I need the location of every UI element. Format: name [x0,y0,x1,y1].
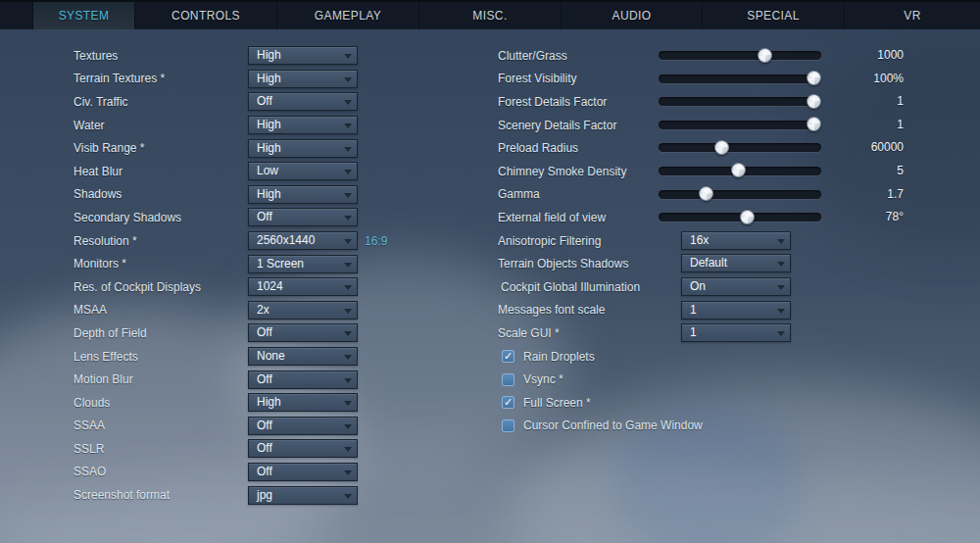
dropdown-scale-gui[interactable]: 1 [681,323,791,342]
tab-system[interactable]: SYSTEM [32,2,134,29]
slider-knob-gamma[interactable] [699,186,713,201]
dropdown-value: Off [257,419,272,432]
tab-label: GAMEPLAY [315,9,381,23]
row-chimney-smoke-density: Chimney Smoke Density5 [498,160,980,183]
dropdown-civ-traffic[interactable]: Off [248,92,358,111]
dropdown-value: High [257,48,281,62]
slider-scenery-details-factor[interactable] [659,121,821,129]
setting-label: Water [74,119,248,132]
chevron-down-icon [344,309,352,314]
chevron-down-icon [344,447,352,452]
dropdown-value: 16x [690,233,709,247]
checkbox-vsync[interactable] [502,373,514,386]
slider-forest-visibility[interactable] [659,74,821,83]
settings-column-right: Clutter/Grass1000Forest Visibility100%Fo… [498,44,980,437]
slider-knob-scenery-details-factor[interactable] [807,117,821,131]
chevron-down-icon [344,424,352,429]
dropdown-depth-of-field[interactable]: Off [248,323,358,342]
checkmark-icon: ✓ [504,351,513,362]
row-sslr: SSLROff [74,437,485,461]
dropdown-secondary-shadows[interactable]: Off [248,208,358,226]
dropdown-heat-blur[interactable]: Low [248,162,358,180]
setting-label: Cockpit Global Illumination [498,280,640,294]
dropdown-value: On [690,279,706,293]
dropdown-msaa[interactable]: 2x [248,301,358,320]
dropdown-terrain-objects-shadows[interactable]: Default [681,254,791,272]
setting-label: Secondary Shadows [74,211,248,224]
checkbox-rain-droplets[interactable]: ✓ [502,350,514,363]
dropdown-res-of-cockpit-displays[interactable]: 1024 [248,277,358,296]
setting-label: Shadows [74,187,248,201]
slider-preload-radius[interactable] [659,143,821,152]
tab-controls[interactable]: CONTROLS [134,2,276,29]
dropdown-value: High [257,72,281,85]
dropdown-resolution[interactable]: 2560x1440 [248,231,358,250]
tab-label: SPECIAL [747,9,800,23]
row-resolution: Resolution *2560x144016:9 [74,229,485,253]
row-civ-traffic: Civ. TrafficOff [74,90,485,114]
row-terrain-objects-shadows: Terrain Objects ShadowsDefault [498,252,980,275]
setting-label: Clutter/Grass [498,49,567,63]
slider-value: 60000 [871,136,904,160]
row-scale-gui: Scale GUI *1 [498,321,980,345]
dropdown-textures[interactable]: High [248,46,358,65]
slider-value: 1000 [877,44,904,68]
setting-label: External field of view [498,211,606,224]
slider-value: 78° [886,206,904,229]
checkbox-full-screen[interactable]: ✓ [502,396,514,409]
slider-knob-preload-radius[interactable] [714,140,729,155]
setting-label: Chimney Smoke Density [498,165,626,178]
slider-gamma[interactable] [659,190,821,199]
slider-knob-forest-details-factor[interactable] [807,94,821,109]
row-shadows: ShadowsHigh [74,183,485,207]
slider-clutter-grass[interactable] [659,51,821,60]
dropdown-shadows[interactable]: High [248,185,358,204]
row-gamma: Gamma1.7 [498,183,980,207]
tab-misc[interactable]: MISC. [418,2,561,29]
dropdown-messages-font-scale[interactable]: 1 [681,301,791,320]
slider-external-field-of-view[interactable] [659,213,821,222]
dropdown-visib-range[interactable]: High [248,139,358,158]
dropdown-lens-effects[interactable]: None [248,347,358,366]
row-secondary-shadows: Secondary ShadowsOff [74,206,485,229]
slider-value: 1 [897,90,904,114]
chevron-down-icon [344,378,352,383]
dropdown-screenshot-format[interactable]: jpg [248,486,358,505]
dropdown-cockpit-global-illumination[interactable]: On [681,277,791,296]
chevron-down-icon [344,147,352,152]
row-monitors: Monitors *1 Screen [74,252,485,275]
tab-vr[interactable]: VR [844,2,980,29]
dropdown-water[interactable]: High [248,116,358,134]
dropdown-ssao[interactable]: Off [248,463,358,481]
slider-knob-forest-visibility[interactable] [807,71,821,85]
row-clutter-grass: Clutter/Grass1000 [498,44,980,68]
slider-knob-chimney-smoke-density[interactable] [731,163,746,177]
chevron-down-icon [344,77,352,82]
dropdown-terrain-textures[interactable]: High [248,70,358,88]
setting-label: Forest Visibility [498,72,576,85]
row-external-field-of-view: External field of view78° [498,206,980,229]
dropdown-ssaa[interactable]: Off [248,417,358,435]
slider-chimney-smoke-density[interactable] [659,167,821,175]
row-ssao: SSAOOff [74,461,485,484]
tab-gameplay[interactable]: GAMEPLAY [276,2,418,29]
setting-label: Monitors * [74,257,248,271]
dropdown-clouds[interactable]: High [248,393,358,412]
setting-label: Vsync * [523,372,564,386]
chevron-down-icon [344,331,352,336]
setting-label: Scale GUI * [498,326,560,340]
tab-special[interactable]: SPECIAL [702,2,844,29]
slider-knob-clutter-grass[interactable] [758,48,772,63]
slider-knob-external-field-of-view[interactable] [740,210,755,224]
options-tab-bar: SYSTEMCONTROLSGAMEPLAYMISC.AUDIOSPECIALV… [0,0,980,29]
dropdown-sslr[interactable]: Off [248,439,358,458]
checkbox-cursor-confined-to-game-window[interactable] [502,420,514,432]
dropdown-anisotropic-filtering[interactable]: 16x [681,231,791,250]
dropdown-motion-blur[interactable]: Off [248,370,358,389]
row-ssaa: SSAAOff [74,415,485,438]
chevron-down-icon [344,54,352,59]
tab-audio[interactable]: AUDIO [561,2,702,29]
row-vsync: Vsync * [498,368,980,391]
slider-forest-details-factor[interactable] [659,97,821,106]
dropdown-monitors[interactable]: 1 Screen [248,255,358,273]
